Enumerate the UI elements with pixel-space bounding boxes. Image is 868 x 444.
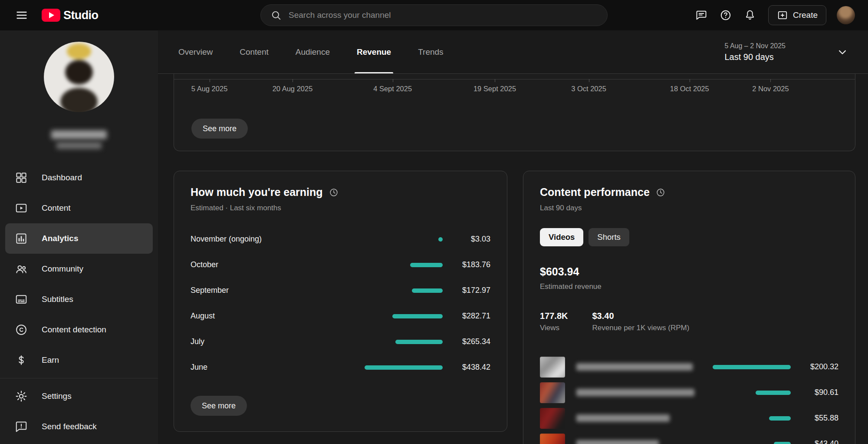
x-axis-label: 2 Nov 2025 bbox=[752, 85, 789, 93]
sidebar-item-content[interactable]: Content bbox=[5, 193, 153, 223]
rpm-label: Revenue per 1K views (RPM) bbox=[592, 324, 690, 332]
sidebar-item-label: Content detection bbox=[42, 325, 106, 335]
tab-content[interactable]: Content bbox=[240, 30, 269, 73]
month-label: September bbox=[191, 286, 229, 295]
video-title-redacted bbox=[576, 440, 659, 444]
video-title-redacted bbox=[576, 414, 670, 422]
earnings-bar bbox=[365, 365, 443, 370]
sidebar-item-label: Community bbox=[42, 264, 83, 274]
earnings-value: $438.42 bbox=[449, 363, 490, 372]
toggle-videos-button[interactable]: Videos bbox=[540, 228, 583, 246]
axis-tick bbox=[589, 79, 589, 82]
earnings-rows: November (ongoing) $3.03 October $183.76… bbox=[191, 226, 490, 380]
sidebar-item-analytics[interactable]: Analytics bbox=[5, 223, 153, 254]
sidebar-item-earn[interactable]: Earn bbox=[5, 345, 153, 375]
estimated-revenue-value: $603.94 bbox=[540, 265, 838, 278]
sidebar-item-label: Dashboard bbox=[42, 173, 82, 182]
sidebar-item-community[interactable]: Community bbox=[5, 254, 153, 284]
video-thumbnail bbox=[540, 434, 565, 444]
see-more-button[interactable]: See more bbox=[191, 119, 248, 139]
feedback-bubble-icon[interactable] bbox=[692, 6, 711, 25]
create-label: Create bbox=[793, 10, 818, 20]
video-title-redacted bbox=[576, 389, 694, 396]
rpm-value: $3.40 bbox=[592, 311, 690, 321]
chart-x-axis bbox=[174, 79, 855, 80]
tab-audience[interactable]: Audience bbox=[296, 30, 330, 73]
x-axis-label: 4 Sept 2025 bbox=[373, 85, 412, 93]
earnings-value: $282.71 bbox=[449, 311, 490, 321]
create-button[interactable]: Create bbox=[768, 5, 826, 25]
bar-track bbox=[713, 365, 791, 369]
x-axis-label: 5 Aug 2025 bbox=[191, 85, 228, 93]
date-preset-text: Last 90 days bbox=[724, 52, 786, 62]
earnings-card-subtitle: Estimated · Last six months bbox=[191, 204, 490, 212]
earnings-bar bbox=[392, 314, 443, 318]
performance-card-subtitle: Last 90 days bbox=[540, 204, 838, 212]
tab-revenue[interactable]: Revenue bbox=[357, 30, 391, 73]
bar-track bbox=[365, 288, 443, 293]
video-revenue-bar bbox=[769, 416, 791, 421]
top-videos-list: $200.32 $90.61 $55.88 $43.40 bbox=[540, 354, 838, 444]
month-label: July bbox=[191, 337, 204, 346]
channel-name-line bbox=[51, 130, 107, 139]
tab-trends[interactable]: Trends bbox=[418, 30, 443, 73]
earnings-bar bbox=[438, 237, 443, 242]
notifications-bell-icon[interactable] bbox=[740, 6, 760, 25]
earnings-value: $183.76 bbox=[449, 260, 490, 269]
bar-track bbox=[713, 442, 791, 444]
views-label: Views bbox=[540, 324, 568, 332]
sidebar-item-send-feedback[interactable]: Send feedback bbox=[5, 411, 153, 442]
sidebar-item-dashboard[interactable]: Dashboard bbox=[5, 162, 153, 193]
help-icon[interactable] bbox=[716, 6, 735, 25]
channel-avatar-image bbox=[44, 42, 114, 112]
performance-card-title: Content performance bbox=[540, 186, 650, 199]
sidebar-item-label: Settings bbox=[42, 391, 72, 401]
create-icon bbox=[777, 10, 788, 21]
chevron-down-icon[interactable] bbox=[836, 46, 849, 59]
account-avatar[interactable] bbox=[837, 6, 855, 24]
video-row[interactable]: $200.32 bbox=[540, 354, 838, 380]
earnings-row: July $265.34 bbox=[191, 329, 490, 355]
tab-overview[interactable]: Overview bbox=[178, 30, 213, 73]
search-bar bbox=[260, 4, 608, 26]
views-value: 177.8K bbox=[540, 311, 568, 321]
gear-icon bbox=[15, 390, 28, 403]
toggle-shorts-button[interactable]: Shorts bbox=[589, 228, 629, 246]
community-icon bbox=[15, 262, 28, 275]
search-input[interactable] bbox=[289, 10, 598, 20]
dashboard-icon bbox=[15, 171, 28, 184]
content-performance-card: Content performance Last 90 days Videos … bbox=[523, 171, 855, 444]
video-row[interactable]: $55.88 bbox=[540, 405, 838, 431]
topbar-actions: Create bbox=[692, 5, 868, 25]
axis-tick bbox=[210, 79, 210, 82]
studio-logo[interactable]: Studio bbox=[42, 9, 98, 22]
earnings-row: October $183.76 bbox=[191, 252, 490, 278]
sidebar-item-label: Earn bbox=[42, 355, 59, 365]
x-axis-label: 19 Sept 2025 bbox=[473, 85, 516, 93]
see-more-button[interactable]: See more bbox=[191, 396, 247, 416]
sidebar-item-content-detection[interactable]: Content detection bbox=[5, 315, 153, 345]
video-row[interactable]: $43.40 bbox=[540, 431, 838, 444]
x-axis-label: 18 Oct 2025 bbox=[670, 85, 709, 93]
axis-tick bbox=[495, 79, 495, 82]
bar-track bbox=[365, 263, 443, 267]
earnings-row: November (ongoing) $3.03 bbox=[191, 226, 490, 252]
date-range-picker[interactable]: 5 Aug – 2 Nov 2025 Last 90 days bbox=[724, 42, 786, 62]
video-row[interactable]: $90.61 bbox=[540, 380, 838, 405]
rpm-stat: $3.40 Revenue per 1K views (RPM) bbox=[592, 311, 690, 332]
axis-tick bbox=[293, 79, 293, 82]
revenue-chart-card: 5 Aug 2025 20 Aug 2025 4 Sept 2025 19 Se… bbox=[174, 74, 855, 151]
earnings-card-title: How much you're earning bbox=[191, 186, 323, 199]
sidebar-item-label: Content bbox=[42, 203, 71, 213]
video-thumbnail bbox=[540, 357, 565, 378]
channel-avatar[interactable] bbox=[44, 42, 114, 112]
sidebar-item-subtitles[interactable]: Subtitles bbox=[5, 284, 153, 315]
subtitles-icon bbox=[15, 293, 28, 306]
analytics-tabbar: Overview Content Audience Revenue Trends… bbox=[158, 30, 868, 74]
bar-track bbox=[713, 391, 791, 395]
earnings-row: September $172.97 bbox=[191, 278, 490, 303]
sidebar-item-label: Subtitles bbox=[42, 295, 73, 304]
earnings-value: $172.97 bbox=[449, 286, 490, 295]
hamburger-menu-icon[interactable] bbox=[12, 6, 31, 25]
sidebar-item-settings[interactable]: Settings bbox=[5, 381, 153, 411]
